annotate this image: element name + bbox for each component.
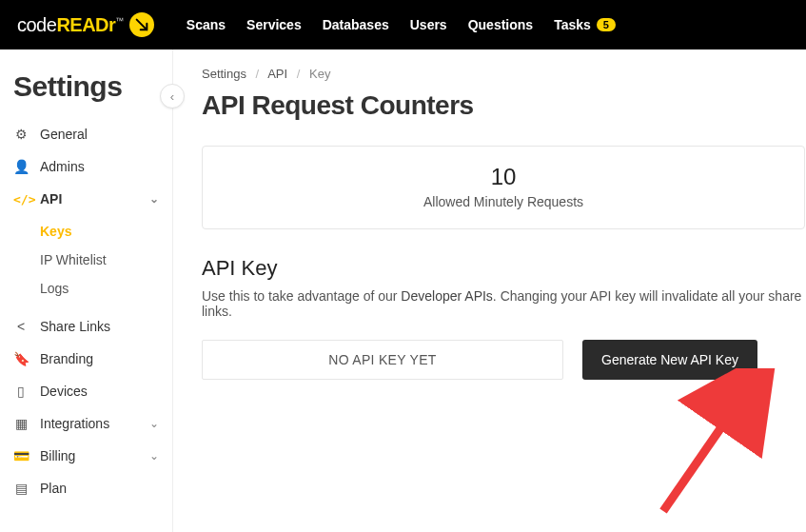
sidebar-item-branding[interactable]: 🔖 Branding (0, 343, 172, 375)
sidebar-item-sharelinks[interactable]: < Share Links (0, 310, 172, 343)
sidebar-title: Settings (0, 70, 172, 118)
grid-icon: ▦ (13, 416, 29, 431)
code-icon: </> (13, 192, 29, 207)
sidebar-item-general[interactable]: ⚙ General (0, 118, 172, 150)
sidebar-item-devices[interactable]: ▯ Devices (0, 375, 172, 407)
sidebar-label: Plan (40, 481, 67, 496)
sidebar: Settings ‹ ⚙ General 👤 Admins </> API ⌄ … (0, 49, 173, 532)
sidebar-sub-api: Keys IP Whitelist Logs (0, 217, 172, 303)
chevron-down-icon: ⌄ (149, 449, 159, 463)
sidebar-label: API (40, 191, 62, 207)
sidebar-sub-ipwhitelist[interactable]: IP Whitelist (40, 246, 172, 274)
nav-scans[interactable]: Scans (187, 17, 226, 32)
nav-databases[interactable]: Databases (323, 17, 389, 32)
nav-questions[interactable]: Questions (468, 17, 533, 32)
sidebar-item-plan[interactable]: ▤ Plan (0, 472, 172, 504)
card-icon: 💳 (13, 448, 29, 463)
sidebar-item-api[interactable]: </> API ⌄ (0, 183, 172, 215)
sidebar-item-admins[interactable]: 👤 Admins (0, 150, 172, 183)
top-nav: codeREADr™ Scans Services Databases User… (0, 0, 806, 49)
sidebar-item-integrations[interactable]: ▦ Integrations ⌄ (0, 407, 172, 440)
nav-tasks-label: Tasks (554, 17, 591, 32)
sidebar-sub-keys[interactable]: Keys (40, 217, 172, 246)
bookmark-icon: 🔖 (13, 351, 29, 366)
phone-icon: ▯ (13, 384, 29, 399)
counter-label: Allowed Minutely Requests (203, 194, 804, 209)
api-key-desc: Use this to take advantage of our Develo… (202, 288, 806, 319)
nav-links: Scans Services Databases Users Questions… (187, 17, 616, 32)
share-icon: < (13, 319, 29, 334)
counter-value: 10 (203, 164, 804, 190)
generate-api-key-button[interactable]: Generate New API Key (582, 340, 757, 380)
api-key-row: NO API KEY YET Generate New API Key (202, 340, 806, 380)
breadcrumb-settings[interactable]: Settings (202, 67, 246, 81)
sidebar-sub-logs[interactable]: Logs (40, 274, 172, 303)
sidebar-label: General (40, 127, 88, 142)
brand-pre: code (17, 14, 56, 35)
sidebar-label: Integrations (40, 416, 109, 431)
breadcrumb: Settings / API / Key (202, 67, 806, 81)
breadcrumb-api[interactable]: API (267, 67, 287, 81)
desc-pre: Use this to take advantage of our (202, 288, 401, 304)
tasks-badge: 5 (597, 18, 616, 31)
nav-tasks[interactable]: Tasks 5 (554, 17, 616, 32)
document-icon: ▤ (13, 481, 29, 496)
nav-users[interactable]: Users (410, 17, 447, 32)
gear-icon: ⚙ (13, 127, 29, 142)
brand-text: codeREADr™ (17, 14, 124, 36)
brand-bold: READr (56, 14, 115, 35)
breadcrumb-sep: / (297, 67, 301, 81)
sidebar-label: Branding (40, 351, 93, 366)
counter-card: 10 Allowed Minutely Requests (202, 146, 805, 229)
annotation-arrow-icon (654, 368, 777, 521)
sidebar-label: Admins (40, 159, 85, 174)
breadcrumb-sep: / (256, 67, 260, 81)
user-icon: 👤 (13, 159, 29, 174)
breadcrumb-key: Key (309, 67, 330, 81)
api-key-heading: API Key (202, 256, 806, 281)
page-title: API Request Counters (202, 90, 806, 121)
sidebar-label: Billing (40, 448, 75, 463)
chevron-down-icon: ⌄ (149, 192, 159, 206)
developer-apis-link[interactable]: Developer APIs (401, 288, 493, 304)
sidebar-label: Devices (40, 384, 88, 399)
brand-icon (129, 12, 154, 37)
main-content: Settings / API / Key API Request Counter… (173, 49, 806, 532)
brand-tm: ™ (115, 16, 124, 26)
brand-logo[interactable]: codeREADr™ (17, 12, 154, 37)
chevron-down-icon: ⌄ (149, 417, 159, 430)
nav-services[interactable]: Services (246, 17, 302, 32)
sidebar-item-billing[interactable]: 💳 Billing ⌄ (0, 440, 172, 472)
svg-line-0 (663, 387, 749, 511)
api-key-display: NO API KEY YET (202, 340, 563, 380)
sidebar-label: Share Links (40, 319, 110, 334)
